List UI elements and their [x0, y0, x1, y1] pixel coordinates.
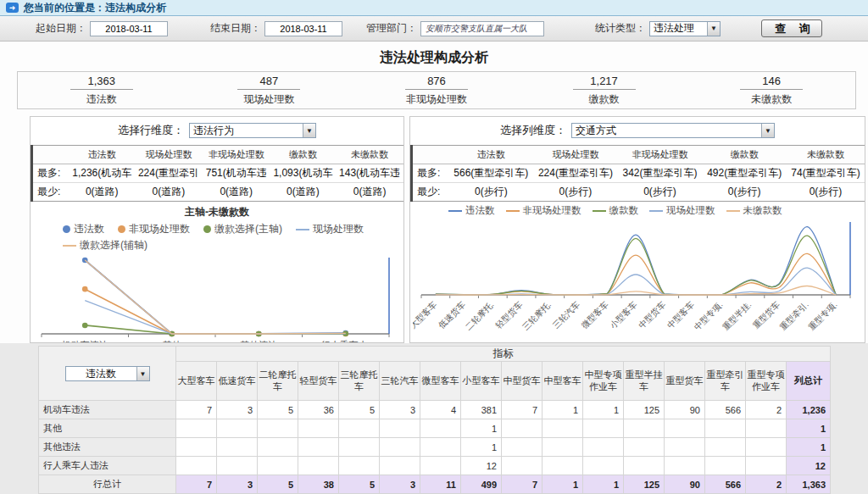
metric-header: 缴款数	[270, 146, 337, 164]
column-header: 大型客车	[176, 362, 217, 401]
x-axis-label: 中型货车	[637, 300, 667, 330]
chevron-down-icon[interactable]: ▼	[303, 124, 315, 137]
column-header: 重型牵引车	[705, 362, 746, 401]
table-cell	[665, 419, 705, 438]
series-line	[436, 268, 836, 295]
table-cell	[665, 457, 705, 475]
legend-line-icon	[649, 210, 663, 212]
min-value: 0(步行)	[449, 183, 534, 202]
min-label: 最少:	[32, 183, 70, 202]
legend-item[interactable]: 现场处理数	[649, 204, 715, 217]
table-cell	[420, 419, 461, 438]
total-cell: 1,363	[787, 475, 831, 494]
x-axis-label: 中型专项.	[693, 300, 725, 332]
legend-item[interactable]: 现场处理数	[296, 222, 364, 236]
min-value: 0(步行)	[618, 183, 703, 202]
total-cell: 90	[665, 475, 705, 494]
stat-underline	[573, 89, 636, 90]
col-dim-select[interactable]: 交通方式 ▼	[571, 123, 775, 138]
table-cell	[746, 419, 787, 438]
table-cell	[176, 419, 217, 438]
dimension-panels: 选择行维度： 违法行为 ▼ 违法数现场处理数非现场处理数缴款数未缴款数最多:1,…	[30, 116, 868, 343]
total-cell: 566	[705, 475, 746, 494]
table-cell	[705, 438, 746, 457]
stat-underline	[405, 89, 468, 90]
table-cell	[705, 419, 746, 438]
x-axis-label: 重型牵引.	[777, 300, 810, 333]
end-date-input[interactable]	[264, 21, 342, 36]
max-value: 143(机动车违	[336, 164, 403, 183]
legend-label: 现场处理数	[313, 222, 364, 236]
data-point-marker[interactable]	[82, 323, 88, 329]
total-cell: 125	[624, 475, 665, 494]
pivot-table: 违法数 ▼ 指标 大型客车低速货车二轮摩托车轻型货车三轮摩托车三轮汽车微型客车小…	[38, 346, 831, 494]
x-axis-label: 二轮摩托.	[464, 300, 496, 332]
max-label: 最多:	[412, 164, 449, 183]
legend-line-icon	[63, 245, 76, 247]
legend-dot-icon	[203, 225, 211, 233]
max-value: 1,236(机动车	[70, 164, 136, 183]
x-axis-label: 三轮汽车	[551, 300, 581, 330]
table-cell	[380, 438, 420, 457]
table-cell	[665, 438, 705, 457]
chevron-down-icon[interactable]: ▼	[761, 124, 774, 137]
legend-item[interactable]: 缴款选择(辅轴)	[63, 238, 147, 253]
legend-line-icon	[296, 229, 309, 230]
col-dim-selector-row: 选择列维度： 交通方式 ▼	[410, 117, 865, 138]
min-value: 0(道路)	[336, 183, 403, 202]
stat-label: 现场处理数	[186, 92, 353, 107]
chevron-down-icon[interactable]: ▼	[136, 367, 149, 380]
x-axis-label: 重型货车	[750, 300, 782, 331]
metric-header: 违法数	[449, 146, 534, 164]
stat-type-select[interactable]: 违法处理 ▼	[649, 21, 721, 36]
table-cell: 12	[461, 457, 502, 475]
legend-label: 缴款选择(辅轴)	[80, 238, 147, 253]
column-header: 重型货车	[665, 362, 705, 401]
table-cell	[298, 419, 339, 438]
series-line	[85, 260, 346, 334]
table-cell: 7	[502, 401, 542, 419]
legend-label: 缴款选择(主轴)	[214, 222, 282, 236]
min-value: 0(道路)	[270, 183, 337, 202]
max-row: 最多:1,236(机动车224(重型牵引751(机动车违1,093(机动车143…	[32, 164, 404, 183]
column-header: 二轮摩托车	[258, 362, 298, 401]
query-button[interactable]: 查 询	[761, 19, 822, 37]
stat-underline	[70, 89, 133, 90]
dept-input[interactable]	[420, 21, 544, 36]
legend-label: 现场处理数	[666, 204, 715, 217]
legend-item[interactable]: 非现场处理数	[118, 222, 190, 236]
column-header: 中型客车	[542, 362, 583, 401]
stat-value: 1,217	[520, 75, 688, 87]
legend-item[interactable]: 未缴款数	[726, 204, 782, 217]
row-dim-select[interactable]: 违法行为 ▼	[189, 123, 316, 138]
total-row-label: 行总计	[39, 475, 176, 494]
table-cell: 125	[624, 401, 665, 419]
chevron-down-icon[interactable]: ▼	[707, 22, 720, 36]
max-value: 74(重型牵引车)	[787, 164, 865, 183]
col-dim-minmax-table: 违法数现场处理数非现场处理数缴款数未缴款数最多:566(重型牵引车)224(重型…	[410, 145, 865, 202]
column-header: 中型专项作业车	[583, 362, 624, 401]
data-point-marker[interactable]	[82, 286, 88, 292]
arrow-right-icon: ➜	[6, 3, 19, 13]
table-cell	[624, 438, 665, 457]
max-row: 最多:566(重型牵引车)224(重型牵引车)342(重型牵引车)492(重型牵…	[412, 164, 865, 183]
legend-item[interactable]: 缴款选择(主轴)	[203, 222, 282, 236]
column-header: 重型专项作业车	[746, 362, 787, 401]
table-cell	[217, 438, 258, 457]
table-metric-select[interactable]: 违法数 ▼	[65, 366, 150, 381]
table-row: 其他违法11	[39, 438, 831, 457]
start-date-input[interactable]	[90, 21, 168, 36]
table-cell: 1	[461, 438, 502, 457]
group-header-row: 违法数 ▼ 指标	[39, 347, 831, 362]
legend-item[interactable]: 缴款数	[593, 204, 639, 217]
table-cell	[217, 419, 258, 438]
x-axis-label: 中型客车	[665, 300, 696, 330]
legend-item[interactable]: 非现场处理数	[506, 204, 581, 217]
table-cell: 566	[705, 401, 746, 419]
max-value: 342(重型牵引车)	[618, 164, 703, 183]
total-cell: 2	[746, 475, 787, 494]
legend-item[interactable]: 违法数	[448, 204, 495, 217]
table-cell	[705, 457, 746, 475]
legend-item[interactable]: 违法数	[63, 222, 104, 236]
row-label: 其他	[39, 419, 176, 438]
